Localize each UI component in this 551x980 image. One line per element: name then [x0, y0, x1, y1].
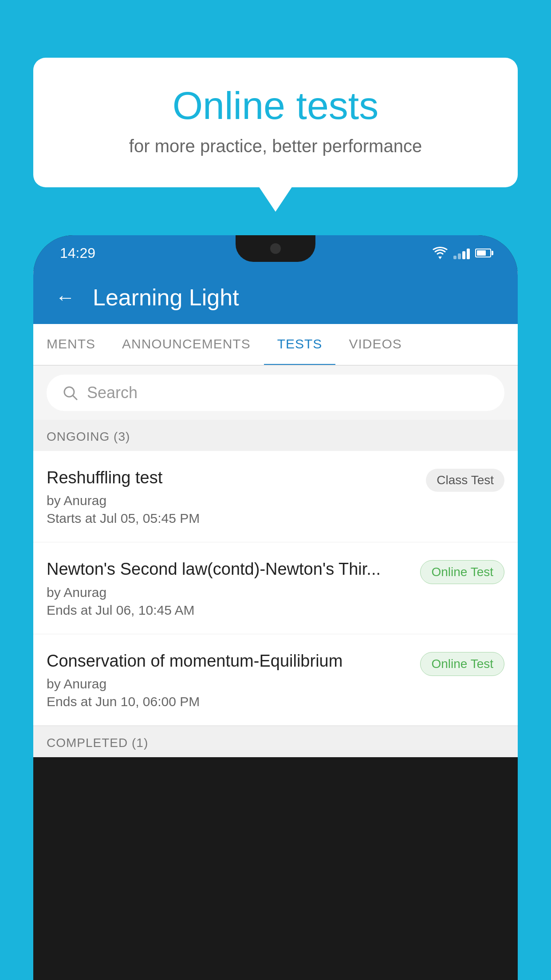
test-item-content: Newton's Second law(contd)-Newton's Thir…	[47, 558, 411, 617]
app-header: ← Learning Light	[33, 271, 518, 324]
status-icons	[432, 247, 491, 259]
completed-section-header: COMPLETED (1)	[33, 726, 518, 757]
app-screen: ← Learning Light MENTS ANNOUNCEMENTS TES…	[33, 271, 518, 757]
search-bar[interactable]: Search	[47, 375, 504, 411]
test-item[interactable]: Reshuffling test by Anurag Starts at Jul…	[33, 451, 518, 542]
speech-bubble-subtitle: for more practice, better performance	[69, 136, 482, 156]
status-time: 14:29	[60, 245, 95, 261]
svg-line-1	[73, 395, 77, 399]
test-badge-class: Class Test	[426, 469, 504, 492]
test-badge-online: Online Test	[420, 652, 504, 676]
search-placeholder: Search	[87, 383, 138, 402]
test-item-content: Reshuffling test by Anurag Starts at Jul…	[47, 467, 417, 526]
test-title: Reshuffling test	[47, 467, 417, 489]
tab-announcements[interactable]: ANNOUNCEMENTS	[109, 324, 264, 365]
tab-videos[interactable]: VIDEOS	[335, 324, 415, 365]
back-button[interactable]: ←	[55, 286, 75, 308]
test-time: Ends at Jun 10, 06:00 PM	[47, 694, 411, 709]
completed-label: COMPLETED (1)	[47, 736, 148, 750]
test-time: Ends at Jul 06, 10:45 AM	[47, 603, 411, 618]
test-item[interactable]: Newton's Second law(contd)-Newton's Thir…	[33, 542, 518, 634]
speech-bubble: Online tests for more practice, better p…	[33, 58, 518, 187]
test-time: Starts at Jul 05, 05:45 PM	[47, 511, 417, 526]
tab-ments[interactable]: MENTS	[33, 324, 109, 365]
test-author: by Anurag	[47, 493, 417, 508]
test-title: Newton's Second law(contd)-Newton's Thir…	[47, 558, 411, 580]
status-bar: 14:29	[33, 235, 518, 271]
ongoing-section-header: ONGOING (3)	[33, 420, 518, 451]
search-icon	[62, 385, 78, 401]
test-item[interactable]: Conservation of momentum-Equilibrium by …	[33, 634, 518, 726]
test-badge-online: Online Test	[420, 560, 504, 584]
app-title: Learning Light	[93, 284, 239, 311]
search-container: Search	[33, 366, 518, 420]
wifi-icon	[432, 247, 448, 259]
test-author: by Anurag	[47, 676, 411, 692]
test-title: Conservation of momentum-Equilibrium	[47, 650, 411, 672]
speech-bubble-title: Online tests	[69, 84, 482, 127]
tab-tests[interactable]: TESTS	[264, 324, 336, 366]
battery-icon	[475, 249, 491, 257]
phone-camera	[270, 243, 281, 254]
phone-notch	[236, 235, 315, 262]
tab-bar: MENTS ANNOUNCEMENTS TESTS VIDEOS	[33, 324, 518, 366]
test-item-content: Conservation of momentum-Equilibrium by …	[47, 650, 411, 709]
signal-bars	[453, 247, 470, 259]
ongoing-label: ONGOING (3)	[47, 430, 130, 443]
phone-frame: 14:29	[33, 235, 518, 980]
test-author: by Anurag	[47, 585, 411, 600]
